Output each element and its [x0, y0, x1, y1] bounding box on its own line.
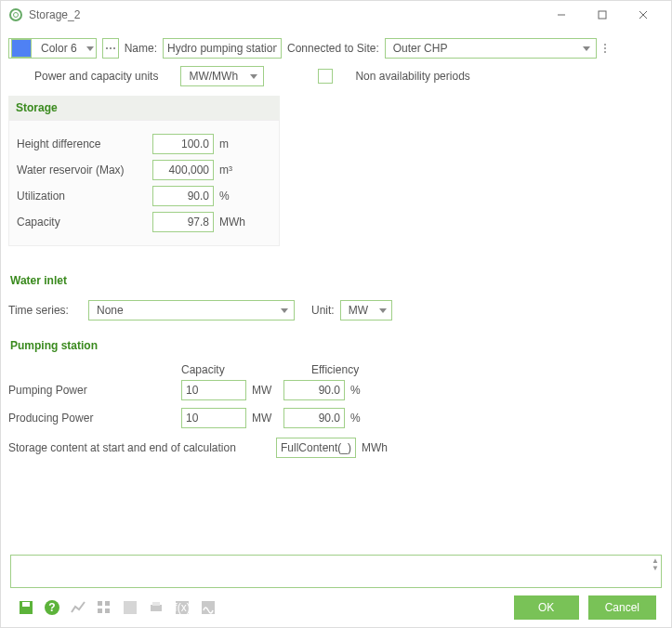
svg-point-1: [14, 13, 19, 18]
svg-rect-3: [599, 11, 606, 19]
col-efficiency-label: Efficiency: [311, 363, 359, 376]
producing-power-label: Producing Power: [8, 412, 176, 425]
grid-icon[interactable]: [94, 597, 114, 618]
maximize-button[interactable]: [582, 2, 623, 28]
chevron-down-icon: [86, 46, 94, 51]
more-icon[interactable]: [604, 44, 606, 53]
height-diff-input[interactable]: [152, 134, 214, 154]
storage-content-unit: MWh: [362, 441, 388, 454]
svg-rect-12: [98, 608, 102, 613]
capacity-label: Capacity: [17, 216, 147, 229]
chevron-down-icon: [281, 308, 288, 313]
connected-label: Connected to Site:: [287, 42, 379, 55]
power-units-dropdown[interactable]: MW/MWh: [180, 66, 264, 86]
pumping-capacity-unit: MW: [252, 384, 278, 397]
svg-rect-7: [22, 602, 30, 607]
app-icon: [8, 7, 23, 22]
producing-efficiency-unit: %: [350, 412, 361, 425]
pumping-efficiency-unit: %: [350, 384, 361, 397]
connected-site-dropdown[interactable]: Outer CHP: [385, 38, 597, 59]
pumping-efficiency-input[interactable]: [283, 380, 345, 400]
section-pumping-header: Pumping station: [8, 334, 664, 358]
function-icon[interactable]: f(x): [172, 597, 192, 618]
storage-content-label: Storage content at start and end of calc…: [8, 441, 270, 454]
dialog-window: Storage_2 Color 6 ⋯ Name: Connected to S…: [0, 0, 672, 628]
color-selector[interactable]: Color 6: [8, 38, 97, 59]
inlet-unit-dropdown[interactable]: MW: [340, 300, 392, 321]
color-swatch: [11, 39, 32, 58]
close-button[interactable]: [623, 2, 664, 28]
height-diff-unit: m: [219, 137, 247, 150]
notes-scroll-icon: ▲▼: [652, 557, 659, 572]
producing-capacity-input[interactable]: [181, 408, 246, 428]
pumping-power-label: Pumping Power: [8, 384, 176, 397]
name-input[interactable]: [163, 38, 282, 59]
utilization-unit: %: [219, 190, 247, 203]
pumping-capacity-input[interactable]: [181, 380, 246, 400]
storage-content-input[interactable]: [276, 438, 356, 458]
cancel-button[interactable]: Cancel: [588, 595, 656, 620]
time-series-value: None: [97, 304, 124, 317]
inlet-unit-value: MW: [349, 304, 368, 317]
section-storage-header: Storage: [8, 96, 280, 120]
producing-capacity-unit: MW: [252, 412, 278, 425]
reservoir-input[interactable]: [152, 160, 214, 180]
chevron-down-icon: [250, 74, 257, 79]
window-title: Storage_2: [29, 8, 80, 21]
reservoir-unit: m³: [219, 164, 247, 177]
storage-panel: Height difference m Water reservoir (Max…: [8, 120, 280, 246]
svg-rect-14: [124, 601, 137, 614]
svg-rect-13: [105, 608, 110, 613]
name-label: Name:: [125, 42, 157, 55]
titlebar: Storage_2: [1, 1, 671, 29]
capacity-input[interactable]: [152, 212, 214, 232]
svg-rect-11: [105, 601, 110, 606]
blank-icon[interactable]: [120, 597, 140, 618]
reservoir-label: Water reservoir (Max): [17, 164, 147, 177]
print-icon[interactable]: [146, 597, 166, 618]
ok-button[interactable]: OK: [514, 595, 579, 620]
chevron-down-icon: [583, 46, 590, 51]
power-units-label: Power and capacity units: [34, 70, 158, 83]
help-icon[interactable]: ?: [42, 597, 62, 618]
utilization-input[interactable]: [152, 186, 214, 206]
producing-efficiency-input[interactable]: [283, 408, 345, 428]
signal-icon[interactable]: [198, 597, 218, 618]
color-label: Color 6: [35, 42, 83, 55]
minimize-button[interactable]: [541, 2, 582, 28]
capacity-unit: MWh: [219, 216, 247, 229]
svg-text:f(x): f(x): [174, 601, 190, 614]
color-more-button[interactable]: ⋯: [102, 38, 119, 59]
svg-rect-16: [152, 602, 160, 606]
nonavail-label: Non availability periods: [355, 70, 469, 83]
svg-text:?: ?: [48, 601, 55, 614]
svg-rect-15: [151, 605, 162, 611]
footer-toolbar: ? f(x): [16, 597, 218, 618]
height-diff-label: Height difference: [17, 137, 147, 150]
time-series-label: Time series:: [8, 304, 83, 317]
save-icon[interactable]: [16, 597, 36, 618]
nonavail-checkbox[interactable]: [318, 69, 333, 84]
inlet-unit-label: Unit:: [311, 304, 335, 317]
connected-site-value: Outer CHP: [393, 42, 448, 55]
notes-field[interactable]: ▲▼: [10, 555, 662, 588]
time-series-dropdown[interactable]: None: [88, 300, 295, 321]
chart-icon[interactable]: [68, 597, 88, 618]
utilization-label: Utilization: [17, 190, 147, 203]
svg-rect-10: [98, 601, 102, 606]
chevron-down-icon: [379, 308, 387, 313]
col-capacity-label: Capacity: [181, 363, 274, 376]
power-units-value: MW/MWh: [189, 70, 238, 83]
section-water-inlet-header: Water inlet: [8, 268, 664, 293]
